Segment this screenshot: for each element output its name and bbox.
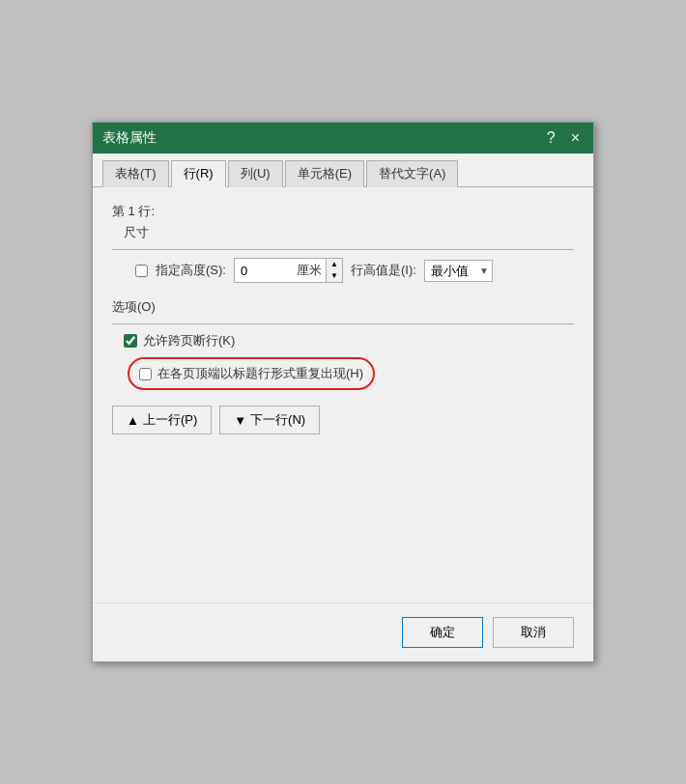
down-arrow-icon: ▼ <box>234 413 246 428</box>
spinner-down[interactable]: ▼ <box>327 270 342 282</box>
divider-options <box>112 323 574 324</box>
divider-size <box>112 249 574 250</box>
cancel-button[interactable]: 取消 <box>493 617 574 648</box>
close-button[interactable]: × <box>567 130 584 146</box>
allow-break-label: 允许跨页断行(K) <box>143 332 235 350</box>
height-input[interactable] <box>235 262 293 280</box>
options-label: 选项(O) <box>112 298 574 316</box>
repeat-header-label: 在各页顶端以标题行形式重复出现(H) <box>157 365 363 382</box>
allow-break-checkbox[interactable] <box>124 334 137 348</box>
height-spinner: 厘米 ▲ ▼ <box>234 258 343 283</box>
help-button[interactable]: ? <box>543 130 559 146</box>
row-label: 第 1 行: <box>112 203 574 220</box>
prev-row-button[interactable]: ▲ 上一行(P) <box>112 406 212 434</box>
allow-break-row: 允许跨页断行(K) <box>124 332 574 350</box>
nav-buttons: ▲ 上一行(P) ▼ 下一行(N) <box>112 406 574 434</box>
spinner-buttons: ▲ ▼ <box>326 259 342 282</box>
title-bar-controls: ? × <box>543 130 584 146</box>
tab-table[interactable]: 表格(T) <box>102 160 169 187</box>
dialog-content: 第 1 行: 尺寸 指定高度(S): 厘米 ▲ ▼ 行高值是(I): 最小值 固… <box>93 187 593 602</box>
row-height-dropdown[interactable]: 最小值 固定值 <box>424 260 493 282</box>
tab-col[interactable]: 列(U) <box>228 160 283 187</box>
row-height-label: 行高值是(I): <box>351 262 416 279</box>
height-unit: 厘米 <box>293 262 326 279</box>
table-properties-dialog: 表格属性 ? × 表格(T) 行(R) 列(U) 单元格(E) 替代文字(A) … <box>92 122 594 662</box>
up-arrow-icon: ▲ <box>127 413 139 428</box>
tab-alt[interactable]: 替代文字(A) <box>366 160 458 187</box>
specify-height-label: 指定高度(S): <box>156 262 226 279</box>
repeat-header-checkbox[interactable] <box>139 368 152 380</box>
specify-height-checkbox[interactable] <box>135 265 148 277</box>
size-row: 指定高度(S): 厘米 ▲ ▼ 行高值是(I): 最小值 固定值 ▼ <box>135 258 574 283</box>
title-bar: 表格属性 ? × <box>93 123 593 154</box>
row-height-dropdown-wrap: 最小值 固定值 ▼ <box>424 260 493 282</box>
dialog-footer: 确定 取消 <box>93 602 593 661</box>
ok-button[interactable]: 确定 <box>402 617 483 648</box>
tab-cell[interactable]: 单元格(E) <box>285 160 364 187</box>
next-row-button[interactable]: ▼ 下一行(N) <box>219 406 320 434</box>
tab-bar: 表格(T) 行(R) 列(U) 单元格(E) 替代文字(A) <box>93 154 593 187</box>
dialog-title: 表格属性 <box>102 129 157 147</box>
tab-row[interactable]: 行(R) <box>171 160 226 187</box>
size-label: 尺寸 <box>124 224 574 241</box>
repeat-header-circled: 在各页顶端以标题行形式重复出现(H) <box>128 357 375 390</box>
spinner-up[interactable]: ▲ <box>327 259 342 270</box>
